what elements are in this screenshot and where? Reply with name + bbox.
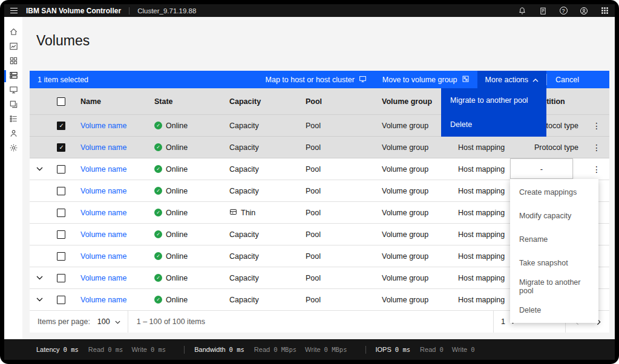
metric-read-value: 0 [439,346,443,353]
map-to-host-label: Map to host or host cluster [266,76,355,84]
state-cell: ✓Online [147,187,222,195]
volume-name-link[interactable]: Volume name [80,209,126,217]
user-account-icon[interactable] [574,4,594,17]
sidebar-item-settings[interactable] [4,141,22,156]
row-checkbox[interactable] [57,143,65,152]
row-checkbox[interactable] [57,230,65,239]
metric-write-value: 0 [471,346,474,353]
volume-name-link[interactable]: Volume name [80,122,126,130]
items-per-page-value: 100 [97,317,110,326]
map-to-host-button[interactable]: Map to host or host cluster [258,71,375,88]
column-header[interactable]: Pool [298,97,375,106]
row-overflow-menu-button[interactable]: ⋮ [589,143,604,152]
metric-label: Bandwidth [194,346,225,353]
sidebar-item-policies[interactable] [4,112,22,127]
name-cell: Volume name [73,230,147,239]
volume-name-link[interactable]: Volume name [80,296,126,304]
expand-row-icon[interactable] [36,167,43,171]
checkbox-cell [49,143,73,152]
hamburger-menu-icon[interactable] [4,4,24,17]
row-overflow-menu-button[interactable]: ⋮ [589,164,604,174]
expand-cell [30,297,49,302]
online-status-icon: ✓ [154,165,162,173]
row-menu-item[interactable]: Create mappings [510,180,598,204]
volume-name-link[interactable]: Volume name [80,230,126,239]
row-menu-item[interactable]: Modify capacity [510,204,598,227]
expand-row-icon[interactable] [36,276,43,280]
metric-write-label: Write [305,346,320,353]
sidebar-item-dashboard[interactable] [4,25,22,40]
host-mapping-label: Host mapping [458,187,505,195]
performance-footer-bar: Latency0 msRead0 msWrite0 msBandwidth0 m… [4,339,615,360]
column-header[interactable]: Capacity [222,97,298,106]
sidebar-item-volumes[interactable] [4,69,22,83]
notifications-bell-icon[interactable] [512,4,532,17]
row-menu-item[interactable]: Migrate to another pool [510,275,598,298]
pool-cell: Pool [298,122,375,130]
pool-label: Pool [306,230,321,239]
row-overflow-menu-button[interactable]: ⋮ [589,121,604,131]
sidebar-item-access[interactable] [4,127,22,141]
volume-name-link[interactable]: Volume name [80,187,126,195]
capacity-label: Capacity [229,296,259,304]
row-checkbox[interactable] [57,252,65,261]
pool-label: Pool [306,187,321,195]
volume-name-link[interactable]: Volume name [80,252,126,261]
host-screen-icon [359,75,367,85]
row-checkbox[interactable] [57,122,65,130]
metric-read-label: Read [88,346,104,353]
items-per-page-select[interactable]: 100 [90,311,128,333]
volume-group-label: Volume group [382,209,428,217]
row-menu-item[interactable]: Rename [510,227,598,251]
volume-group-label: Volume group [382,274,428,282]
move-to-volume-group-button[interactable]: Move to volume group [375,71,477,88]
select-all-checkbox[interactable] [57,97,65,106]
more-actions-button[interactable]: More actions Migrate to another poolDele… [477,71,547,88]
column-header[interactable]: Name [73,97,147,106]
volume-name-link[interactable]: Volume name [80,165,126,174]
row-menu-item[interactable]: Take snapshot [510,251,598,275]
topbar-divider [129,7,129,15]
row-checkbox[interactable] [57,296,65,304]
name-cell: Volume name [73,252,147,261]
metric-read-label: Read [420,346,436,353]
online-status-icon: ✓ [154,143,162,151]
row-menu-item[interactable]: Delete [510,298,598,322]
row-checkbox[interactable] [57,209,65,217]
volume-group-icon [462,75,470,85]
help-icon[interactable]: ? [553,4,574,17]
volume-name-link[interactable]: Volume name [80,143,126,152]
partition-value: - [540,164,543,174]
capacity-cell: Capacity [222,296,298,304]
cancel-button[interactable]: Cancel [547,71,588,88]
checkbox-cell [49,274,73,282]
host-mapping-label: Host mapping [458,165,505,174]
volume-name-link[interactable]: Volume name [80,274,126,282]
more-actions-menu-item[interactable]: Delete [441,112,546,137]
sidebar-item-monitoring[interactable] [4,40,22,54]
name-cell: Volume name [73,209,147,217]
app-window: IBM SAN Volume Controller Cluster_9.71.1… [4,4,615,360]
page-title: Volumes [36,33,615,49]
metric-label: Latency [36,346,60,353]
partition-value-box[interactable]: - [510,158,573,179]
expand-row-icon[interactable] [36,297,43,302]
checkbox-cell [49,165,73,174]
volume-group-cell: Volume group [375,252,451,261]
row-checkbox[interactable] [57,165,65,174]
row-checkbox[interactable] [57,274,65,282]
column-header[interactable]: Volume group [375,97,451,106]
volume-group-label: Volume group [382,187,428,195]
capacity-cell: Capacity [222,230,298,239]
state-cell: ✓Online [147,296,222,304]
event-log-icon[interactable] [532,4,553,17]
more-actions-menu-item[interactable]: Migrate to another pool [441,88,546,112]
sidebar-item-pools[interactable] [4,54,22,69]
column-header[interactable]: State [147,97,222,106]
app-switcher-icon[interactable] [594,4,615,17]
copy-icon [9,100,18,111]
row-checkbox[interactable] [57,187,65,195]
state-label: Online [166,209,188,217]
sidebar-item-copy-services[interactable] [4,98,22,112]
sidebar-item-hosts[interactable] [4,83,22,98]
